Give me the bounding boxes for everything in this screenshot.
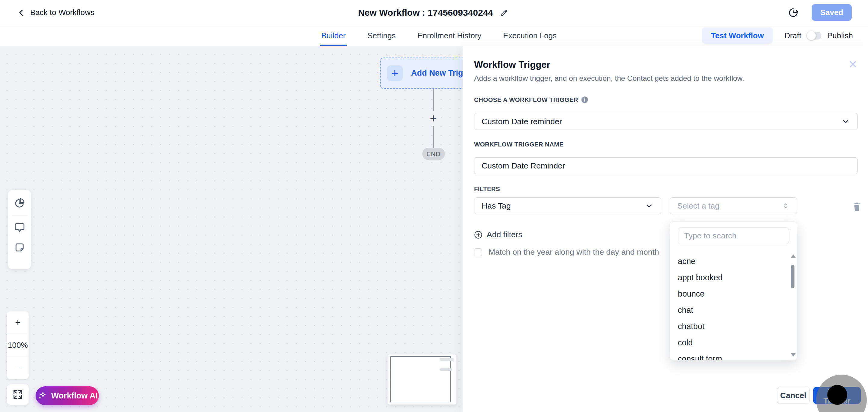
tab-execution-logs[interactable]: Execution Logs xyxy=(502,25,558,46)
cancel-button[interactable]: Cancel xyxy=(777,387,810,404)
filter-type-select[interactable]: Has Tag xyxy=(474,197,661,214)
popup-scrollbar[interactable] xyxy=(790,253,795,358)
choose-trigger-label: CHOOSE A WORKFLOW TRIGGER xyxy=(474,96,588,103)
close-panel-button[interactable] xyxy=(846,57,860,71)
scrollbar-thumb[interactable] xyxy=(791,265,795,288)
match-year-checkbox[interactable] xyxy=(474,248,482,256)
tag-option[interactable]: cold xyxy=(670,335,790,351)
tab-enrollment-history[interactable]: Enrollment History xyxy=(416,25,483,46)
edit-pencil-icon[interactable] xyxy=(500,8,509,17)
trigger-type-select[interactable]: Custom Date reminder xyxy=(474,113,858,130)
tabs: Builder Settings Enrollment History Exec… xyxy=(320,25,558,46)
delete-filter-button[interactable] xyxy=(851,200,863,213)
info-icon[interactable] xyxy=(581,96,588,103)
close-icon xyxy=(848,59,858,69)
publish-label: Publish xyxy=(827,31,853,40)
chat-bubble-icon xyxy=(14,222,25,233)
trigger-name-input-wrap xyxy=(474,157,858,174)
fullscreen-icon xyxy=(12,389,23,400)
match-year-checkbox-row[interactable]: Match on the year along with the day and… xyxy=(474,248,659,257)
trigger-name-input[interactable] xyxy=(482,161,850,170)
tag-list: acne appt booked bounce chat chatbot col… xyxy=(670,253,790,360)
tab-settings[interactable]: Settings xyxy=(366,25,397,46)
workflow-title: New Workflow : 1745609340244 xyxy=(358,7,493,18)
workflow-canvas[interactable]: + Add New Trigger + END + 100% − xyxy=(0,46,463,412)
toolbar-divider xyxy=(12,215,27,216)
back-label: Back to Workflows xyxy=(30,8,94,17)
zoom-out-button[interactable]: − xyxy=(7,356,29,379)
match-year-label: Match on the year along with the day and… xyxy=(489,248,659,257)
zoom-level: 100% xyxy=(7,334,29,356)
minimap-node-marker xyxy=(440,368,452,371)
zoom-in-button[interactable]: + xyxy=(7,311,29,334)
tag-option[interactable]: bounce xyxy=(670,286,790,302)
scroll-down-arrow-icon[interactable] xyxy=(791,353,796,356)
filters-label: FILTERS xyxy=(474,185,500,193)
tag-option[interactable]: acne xyxy=(670,253,790,270)
workflow-ai-label: Workflow AI xyxy=(51,391,98,401)
version-history-icon[interactable] xyxy=(788,7,798,18)
unfold-icon xyxy=(782,201,789,210)
comments-button[interactable] xyxy=(13,222,26,233)
scroll-up-arrow-icon[interactable] xyxy=(791,254,796,258)
trash-icon xyxy=(852,202,861,212)
sparkles-icon xyxy=(37,390,47,401)
tag-option[interactable]: chatbot xyxy=(670,318,790,335)
minimap-viewport xyxy=(390,356,451,402)
back-to-workflows-button[interactable]: Back to Workflows xyxy=(18,0,94,25)
fullscreen-button[interactable] xyxy=(7,384,29,405)
saved-button[interactable]: Saved xyxy=(812,4,852,21)
tag-option[interactable]: consult form xyxy=(670,351,790,360)
chevron-down-icon xyxy=(645,201,654,210)
tab-bar: Builder Settings Enrollment History Exec… xyxy=(0,25,868,46)
test-workflow-button[interactable]: Test Workflow xyxy=(702,27,773,44)
add-new-trigger-label: Add New Trigger xyxy=(411,68,463,78)
notes-button[interactable] xyxy=(13,242,26,253)
tab-builder[interactable]: Builder xyxy=(320,25,347,46)
add-step-button[interactable]: + xyxy=(426,111,441,126)
draft-label: Draft xyxy=(784,31,801,40)
plus-tile-icon: + xyxy=(387,65,403,81)
panel-title: Workflow Trigger xyxy=(474,59,550,70)
minimap[interactable] xyxy=(387,354,457,405)
tag-option[interactable]: appt booked xyxy=(670,270,790,286)
minimap-node-marker xyxy=(440,358,454,361)
publish-toggle[interactable] xyxy=(807,32,821,39)
zoom-controls: + 100% − xyxy=(7,311,29,379)
save-trigger-button[interactable]: Save Trigger xyxy=(813,387,861,404)
tag-search-input[interactable] xyxy=(678,227,789,244)
circle-plus-icon xyxy=(474,230,483,239)
pie-chart-icon xyxy=(14,197,25,209)
add-new-trigger-node[interactable]: + Add New Trigger xyxy=(380,58,463,89)
workflow-ai-button[interactable]: Workflow AI xyxy=(36,386,99,405)
end-node: END xyxy=(422,148,445,160)
add-filters-button[interactable]: Add filters xyxy=(474,230,522,239)
trigger-name-label: WORKFLOW TRIGGER NAME xyxy=(474,141,564,148)
panel-description: Adds a workflow trigger, and on executio… xyxy=(474,74,744,83)
back-chevron-icon xyxy=(18,8,25,17)
sticky-note-icon xyxy=(14,242,25,253)
top-header: Back to Workflows New Workflow : 1745609… xyxy=(0,0,868,25)
tag-select[interactable]: Select a tag xyxy=(670,197,797,214)
chevron-down-icon xyxy=(841,117,850,126)
tag-dropdown-popup: acne appt booked bounce chat chatbot col… xyxy=(670,222,797,360)
toggle-knob xyxy=(807,31,816,40)
workflow-trigger-panel: Workflow Trigger Adds a workflow trigger… xyxy=(463,46,868,412)
stats-button[interactable] xyxy=(13,197,26,209)
tag-option[interactable]: chat xyxy=(670,302,790,318)
canvas-side-toolbar xyxy=(8,190,31,269)
